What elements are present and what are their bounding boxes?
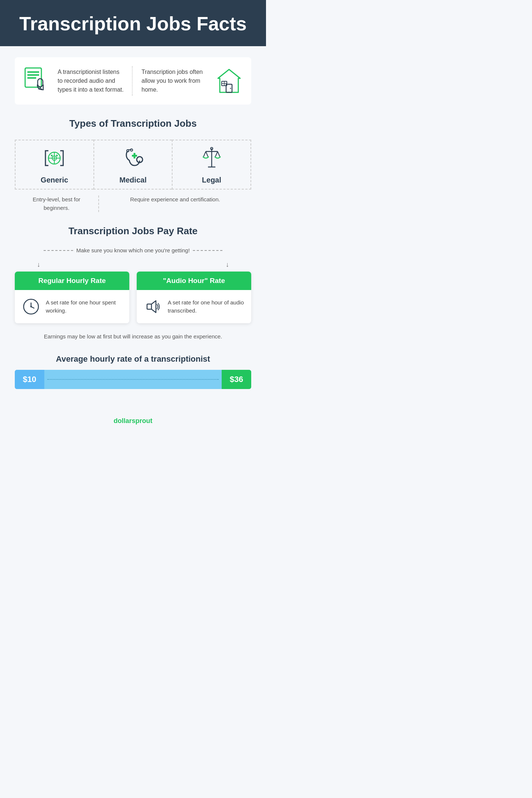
avg-bar: $10 $36 <box>15 370 251 389</box>
svg-point-9 <box>230 88 231 89</box>
payrate-section: Transcription Jobs Pay Rate Make sure yo… <box>15 225 251 341</box>
svg-point-37 <box>30 306 32 307</box>
svg-rect-38 <box>147 304 151 309</box>
dotted-line-right <box>193 250 222 251</box>
audio-rate-desc: A set rate for one hour of audio transcr… <box>168 299 244 315</box>
audio-rate-title: "Audio Hour" Rate <box>163 277 225 284</box>
arrow-down-row: ↓ ↓ <box>15 261 251 269</box>
generic-icon <box>41 145 68 171</box>
brand-name: dollarsprout <box>113 417 152 424</box>
regular-rate-body: A set rate for one hour spent working. <box>15 290 129 323</box>
svg-line-31 <box>215 151 218 157</box>
header-section: Transcription Jobs Facts <box>0 0 266 46</box>
payrate-note: Earnings may be low at first but will in… <box>15 332 251 341</box>
audio-rate-card: "Audio Hour" Rate A set rate for o <box>137 272 251 323</box>
types-desc-row: Entry-level, best for beginners. Require… <box>15 195 251 212</box>
legal-label: Legal <box>202 176 221 184</box>
type-generic: Generic <box>15 140 93 190</box>
intro-left: A transcriptionist listens to recorded a… <box>22 66 133 96</box>
svg-line-30 <box>206 151 208 157</box>
speaker-icon <box>144 298 162 316</box>
avg-section: Average hourly rate of a transcriptionis… <box>15 354 251 389</box>
rate-cards: Regular Hourly Rate A set rate for one h… <box>15 272 251 323</box>
intro-right-text: Transcription jobs often allow you to wo… <box>141 68 208 94</box>
intro-row: A transcriptionist listens to recorded a… <box>15 57 251 105</box>
payrate-subtitle-row: Make sure you know which one you're gett… <box>15 247 251 253</box>
svg-rect-23 <box>134 153 136 158</box>
svg-rect-4 <box>38 79 43 87</box>
type-legal: Legal <box>172 140 251 190</box>
house-icon <box>214 67 244 95</box>
page-title: Transcription Jobs Facts <box>15 13 251 34</box>
audio-rate-header: "Audio Hour" Rate <box>137 272 251 290</box>
svg-rect-2 <box>27 74 39 76</box>
types-title: Types of Transcription Jobs <box>15 118 251 129</box>
regular-rate-card: Regular Hourly Rate A set rate for one h… <box>15 272 129 323</box>
avg-low: $10 <box>15 370 44 389</box>
main-content: A transcriptionist listens to recorded a… <box>0 46 266 411</box>
svg-line-29 <box>204 151 206 157</box>
types-icons-row: Generic <box>15 140 251 190</box>
svg-marker-7 <box>218 69 240 92</box>
payrate-subtitle-text: Make sure you know which one you're gett… <box>76 247 190 253</box>
avg-high: $36 <box>222 370 251 389</box>
payrate-title: Transcription Jobs Pay Rate <box>15 225 251 237</box>
avg-dots <box>47 379 219 380</box>
svg-line-32 <box>218 151 220 157</box>
types-desc-medlegal: Require experience and certification. <box>99 195 251 212</box>
types-desc-generic: Entry-level, best for beginners. <box>15 195 99 212</box>
intro-left-text: A transcriptionist listens to recorded a… <box>58 68 125 94</box>
arrow-right: ↓ <box>226 261 229 269</box>
type-medical: Medical <box>93 140 172 190</box>
generic-label: Generic <box>41 176 68 184</box>
intro-right: Transcription jobs often allow you to wo… <box>133 67 244 95</box>
medical-icon <box>120 145 146 171</box>
legal-icon <box>198 145 225 171</box>
svg-rect-3 <box>27 77 36 79</box>
svg-rect-1 <box>27 71 39 73</box>
avg-title: Average hourly rate of a transcriptionis… <box>15 354 251 364</box>
regular-rate-title: Regular Hourly Rate <box>38 277 106 284</box>
audio-rate-body: A set rate for one hour of audio transcr… <box>137 290 251 323</box>
medical-label: Medical <box>119 176 146 184</box>
types-section: Types of Transcription Jobs <box>15 118 251 212</box>
clock-icon <box>22 298 40 316</box>
arrow-left: ↓ <box>37 261 40 269</box>
regular-rate-desc: A set rate for one hour spent working. <box>46 299 122 315</box>
footer: dollarsprout <box>0 411 266 434</box>
regular-rate-header: Regular Hourly Rate <box>15 272 129 290</box>
document-mic-icon <box>22 66 52 96</box>
dotted-line-left <box>44 250 73 251</box>
